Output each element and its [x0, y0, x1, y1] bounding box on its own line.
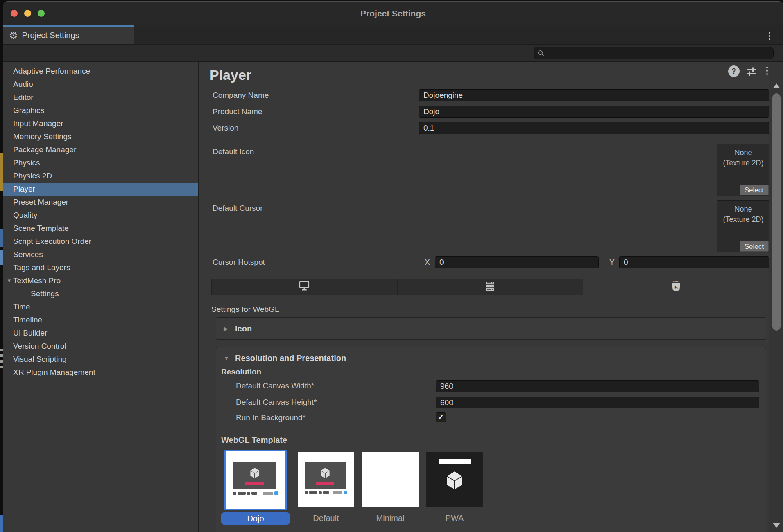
background-window-fragment — [0, 515, 3, 532]
player-settings-panel: Player ? Company Name Product Name Versi… — [201, 62, 769, 532]
sidebar-item-editor[interactable]: Editor — [3, 91, 198, 104]
default-cursor-texture-well[interactable]: None (Texture 2D) Select — [717, 200, 769, 252]
platform-tab-dedicated-server[interactable] — [398, 279, 584, 295]
search-input[interactable] — [547, 48, 773, 59]
default-icon-texture-well[interactable]: None (Texture 2D) Select — [717, 144, 769, 196]
pwa-title-bar — [439, 459, 470, 464]
sidebar-item-version-control[interactable]: Version Control — [3, 340, 198, 353]
cursor-hotspot-y-input[interactable] — [619, 256, 769, 268]
sidebar-item-memory-settings[interactable]: Memory Settings — [3, 130, 198, 143]
sidebar-item-label: Preset Manager — [13, 198, 68, 206]
foldout-open-icon[interactable]: ▼ — [224, 355, 230, 361]
template-card-minimal[interactable] — [362, 452, 419, 507]
product-name-label: Product Name — [213, 106, 262, 118]
webgl-template-header: WebGL Template — [221, 434, 287, 446]
sidebar-item-ui-builder[interactable]: UI Builder — [3, 327, 198, 340]
sidebar-item-timeline[interactable]: Timeline — [3, 313, 198, 327]
foldout-open-icon[interactable]: ▼ — [7, 274, 12, 287]
webgl-html5-icon: HTML5 — [670, 280, 682, 295]
sidebar-item-label: Player — [13, 185, 35, 193]
sidebar-item-graphics[interactable]: Graphics — [3, 104, 198, 117]
sidebar-item-preset-manager[interactable]: Preset Manager — [3, 196, 198, 209]
background-window-fragment — [0, 354, 3, 357]
sidebar-item-settings[interactable]: Settings — [3, 287, 198, 300]
background-window-fragment — [0, 229, 3, 247]
sidebar-item-label: Package Manager — [13, 145, 76, 154]
maximize-button[interactable] — [38, 10, 45, 17]
resolution-foldout-header[interactable]: ▼ Resolution and Presentation — [224, 352, 346, 364]
icon-foldout-label: Icon — [235, 322, 252, 335]
minimize-button[interactable] — [24, 10, 31, 17]
template-label-default: Default — [298, 512, 354, 524]
background-window-fragment — [0, 366, 3, 368]
sidebar-item-xr-plugin-management[interactable]: XR Plugin Management — [3, 366, 198, 379]
icon-foldout[interactable]: ▶ Icon — [216, 317, 766, 340]
run-in-background-label: Run In Background* — [236, 412, 306, 424]
scrollbar-thumb[interactable] — [772, 93, 781, 331]
settings-for-label: Settings for WebGL — [211, 303, 279, 316]
tab-strip-menu-icon[interactable] — [767, 32, 772, 40]
tab-project-settings[interactable]: Project Settings — [3, 25, 134, 44]
cursor-hotspot-x-input[interactable] — [435, 256, 599, 268]
background-window-fragment — [0, 153, 3, 191]
template-card-dojo[interactable] — [224, 450, 287, 510]
company-name-label: Company Name — [213, 89, 269, 101]
run-in-background-checkbox[interactable] — [436, 412, 446, 422]
sidebar-list: Adaptive PerformanceAudioEditorGraphicsI… — [3, 65, 198, 379]
sidebar-item-label: Tags and Layers — [13, 263, 70, 272]
company-name-input[interactable] — [419, 89, 769, 101]
gear-icon — [9, 31, 18, 41]
sidebar-item-services[interactable]: Services — [3, 248, 198, 261]
select-button[interactable]: Select — [740, 185, 769, 195]
search-box[interactable] — [534, 47, 774, 59]
foldout-closed-icon[interactable]: ▶ — [224, 325, 230, 332]
template-thumbnail-screen — [233, 462, 277, 489]
sidebar-item-audio[interactable]: Audio — [3, 78, 198, 91]
sidebar-item-quality[interactable]: Quality — [3, 209, 198, 222]
sidebar-item-time[interactable]: Time — [3, 300, 198, 313]
default-canvas-width-input[interactable] — [436, 380, 759, 392]
close-button[interactable] — [11, 10, 18, 17]
tab-strip: Project Settings — [3, 25, 783, 44]
sidebar-item-adaptive-performance[interactable]: Adaptive Performance — [3, 65, 198, 78]
sidebar-item-package-manager[interactable]: Package Manager — [3, 143, 198, 156]
select-button[interactable]: Select — [740, 241, 769, 252]
resolution-foldout-label: Resolution and Presentation — [235, 352, 346, 364]
template-option-minimal: Minimal — [362, 452, 419, 524]
toolbar — [3, 44, 783, 62]
default-canvas-width-label: Default Canvas Width* — [236, 380, 314, 392]
svg-text:5: 5 — [674, 284, 678, 290]
presets-sliders-icon[interactable] — [746, 66, 757, 77]
sidebar-item-script-execution-order[interactable]: Script Execution Order — [3, 235, 198, 248]
desktop-icon — [298, 280, 311, 293]
sidebar-item-input-manager[interactable]: Input Manager — [3, 117, 198, 130]
sidebar-item-scene-template[interactable]: Scene Template — [3, 222, 198, 235]
template-card-default[interactable] — [298, 452, 354, 507]
sidebar-item-tags-and-layers[interactable]: Tags and Layers — [3, 261, 198, 274]
template-option-default: Default — [298, 452, 354, 524]
default-canvas-height-input[interactable] — [436, 397, 759, 408]
default-cursor-label: Default Cursor — [213, 202, 263, 214]
background-window-fragment — [0, 349, 3, 351]
help-icon[interactable]: ? — [728, 65, 740, 77]
sidebar-item-textmesh-pro[interactable]: ▼TextMesh Pro — [3, 274, 198, 287]
sidebar-item-physics[interactable]: Physics — [3, 156, 198, 169]
scroll-up-icon[interactable] — [773, 83, 780, 88]
platform-tab-webgl-html5[interactable]: HTML5 — [583, 279, 769, 295]
platform-tab-desktop[interactable] — [212, 279, 398, 295]
sidebar: Adaptive PerformanceAudioEditorGraphicsI… — [3, 62, 199, 532]
sidebar-item-player[interactable]: Player — [3, 183, 198, 196]
sidebar-item-label: XR Plugin Management — [13, 368, 95, 376]
project-settings-window: Project Settings Project Settings Adapti… — [3, 1, 783, 532]
sidebar-item-visual-scripting[interactable]: Visual Scripting — [3, 353, 198, 366]
product-name-input[interactable] — [419, 106, 769, 118]
sidebar-item-label: Audio — [13, 80, 33, 88]
tab-label: Project Settings — [22, 31, 79, 40]
vertical-scrollbar[interactable] — [769, 62, 783, 532]
version-input[interactable] — [419, 122, 769, 134]
sidebar-item-label: Quality — [13, 211, 37, 219]
platform-tab-bar: HTML5 — [211, 279, 769, 295]
template-card-pwa[interactable] — [426, 452, 483, 507]
scroll-down-icon[interactable] — [773, 523, 780, 528]
sidebar-item-physics-2d[interactable]: Physics 2D — [3, 169, 198, 183]
